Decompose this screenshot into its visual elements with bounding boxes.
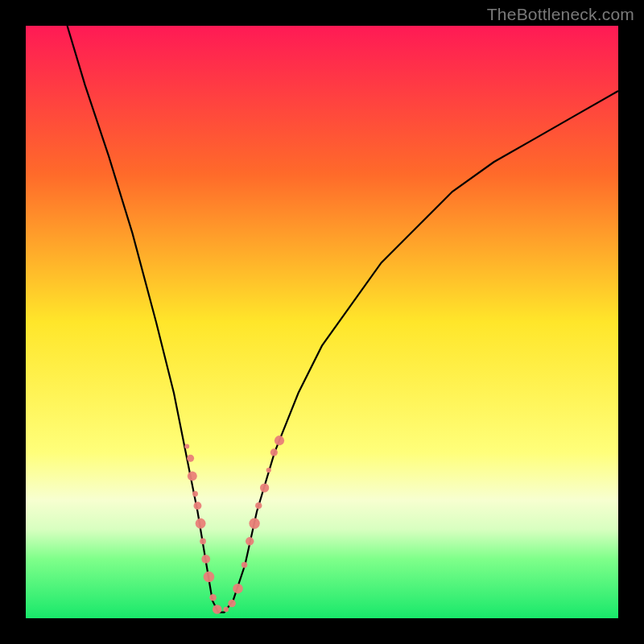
highlight-point (260, 483, 269, 492)
highlight-point (204, 572, 215, 583)
highlight-point (209, 594, 217, 601)
highlight-point (213, 605, 222, 614)
highlight-point (266, 468, 271, 473)
chart-frame: TheBottleneck.com (0, 0, 644, 644)
highlight-point (249, 518, 259, 529)
highlight-point (223, 607, 229, 613)
highlight-point (194, 502, 202, 510)
highlight-point (255, 502, 262, 509)
watermark-label: TheBottleneck.com (487, 5, 634, 24)
gradient-background (26, 26, 618, 618)
highlight-point (187, 455, 194, 462)
highlight-point (196, 518, 206, 529)
highlight-point (192, 491, 198, 497)
highlight-point (228, 600, 236, 608)
highlight-point (233, 584, 242, 593)
chart-svg (26, 26, 618, 618)
highlight-point (201, 555, 210, 564)
highlight-point (246, 537, 254, 545)
highlight-point (242, 562, 247, 568)
highlight-point (275, 436, 284, 445)
plot-area (26, 26, 618, 618)
highlight-point (200, 538, 206, 544)
highlight-point (188, 471, 197, 481)
highlight-point (184, 444, 189, 449)
highlight-point (270, 448, 278, 456)
